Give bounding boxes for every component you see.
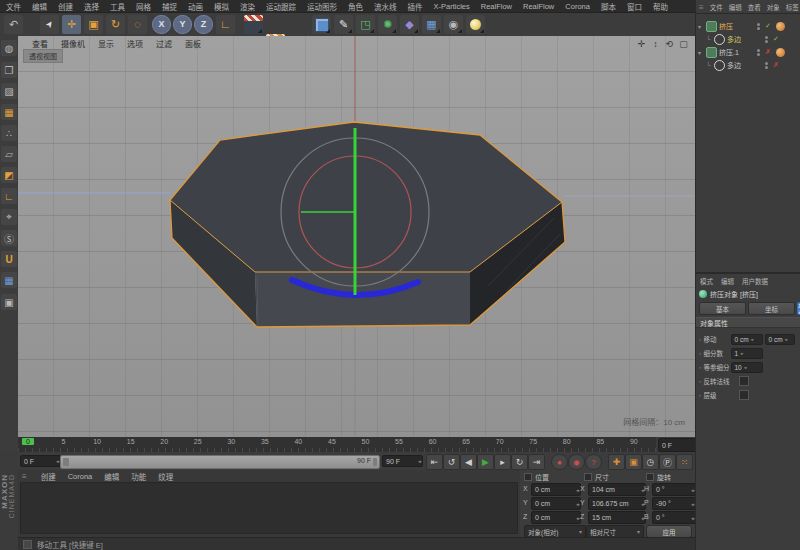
live-selection-tool[interactable]: ➤ (40, 15, 59, 34)
timeline-range-slider[interactable]: 90 F (60, 455, 380, 469)
menu-plugins[interactable]: 插件 (408, 1, 423, 12)
visibility-dots[interactable] (765, 36, 770, 43)
vp-menu-panel[interactable]: 面板 (185, 38, 201, 49)
add-generator-button[interactable]: ◳ (356, 15, 375, 34)
play-backward-button[interactable]: ↺ (443, 454, 460, 470)
menu-motion-tracker[interactable]: 运动跟踪 (266, 1, 296, 12)
add-deformer-button[interactable]: ✺ (378, 15, 397, 34)
edges-mode-button[interactable]: ▱ (1, 146, 17, 162)
om-menu-file[interactable]: 文件 (710, 2, 723, 12)
size-y-field[interactable]: 106.675 cm (588, 497, 646, 510)
object-properties-header[interactable]: 对象属性 (696, 317, 800, 328)
snap-toggle-button[interactable]: Ⓢ (1, 230, 17, 246)
object-row-nside-1[interactable]: └ 多边 ✗ (698, 59, 800, 71)
flip-normals-checkbox[interactable] (739, 376, 749, 386)
toggle-view-icon[interactable]: ▢ (678, 38, 689, 49)
position-y-field[interactable]: 0 cm (531, 497, 581, 510)
visibility-dots[interactable] (757, 49, 762, 56)
menu-script[interactable]: 脚本 (601, 1, 616, 12)
polygons-mode-button[interactable]: ◩ (1, 167, 17, 183)
move-x-field[interactable]: 0 cm (731, 334, 763, 345)
rotation-h-field[interactable]: 0 ° (652, 483, 696, 496)
range-end-field[interactable]: 90 F (382, 455, 423, 467)
menu-snap[interactable]: 捕捉 (162, 1, 177, 12)
last-used-tool[interactable]: ◌ (128, 15, 147, 34)
visibility-dots[interactable] (757, 23, 762, 30)
menu-create[interactable]: 创建 (58, 1, 73, 12)
menu-window[interactable]: 窗口 (627, 1, 642, 12)
am-menu-edit[interactable]: 编辑 (721, 276, 734, 286)
vp-menu-camera[interactable]: 摄像机 (61, 38, 85, 49)
menu-corona[interactable]: Corona (565, 2, 590, 11)
record-options-button[interactable]: ? (585, 454, 602, 470)
add-primitive-button[interactable] (312, 15, 331, 34)
material-list-area[interactable] (20, 482, 518, 534)
menu-mograph[interactable]: 运动图形 (307, 1, 337, 12)
rotation-b-field[interactable]: 0 ° (652, 511, 696, 524)
rotation-p-field[interactable]: -90 ° (652, 497, 696, 510)
vp-menu-view[interactable]: 查看 (32, 38, 48, 49)
visibility-dots[interactable] (765, 62, 770, 69)
vp-menu-filter[interactable]: 过滤 (156, 38, 172, 49)
iso-subdivision-field[interactable]: 10 (731, 362, 763, 373)
menu-file[interactable]: 文件 (6, 1, 21, 12)
enabled-toggle[interactable]: ✓ (764, 22, 772, 30)
key-position-toggle[interactable]: ✚ (608, 454, 625, 470)
play-button[interactable]: ▶ (477, 454, 494, 470)
lock-x-axis-button[interactable]: X (152, 15, 171, 34)
coordinate-system-toggle[interactable]: ∟ (216, 15, 235, 34)
enable-axis-button[interactable]: ∟ (1, 188, 17, 204)
key-scale-toggle[interactable]: ▣ (625, 454, 642, 470)
lock-z-axis-button[interactable]: Z (194, 15, 213, 34)
autokey-button[interactable]: ◉ (568, 454, 585, 470)
subdivision-field[interactable]: 1 (731, 348, 763, 359)
mm-menu-create[interactable]: 创建 (41, 471, 56, 482)
object-row-extrude-1[interactable]: ▾ 挤压.1 ✗ (698, 46, 799, 58)
viewport-solo-button[interactable]: ⌖ (1, 209, 17, 225)
tab-coordinates[interactable]: 坐标 (748, 302, 795, 315)
menu-select[interactable]: 选择 (84, 1, 99, 12)
mm-menu-function[interactable]: 功能 (131, 471, 146, 482)
menu-render[interactable]: 渲染 (240, 1, 255, 12)
phong-tag-icon[interactable] (776, 48, 785, 57)
om-menu-tags[interactable]: 标签 (786, 2, 799, 12)
menu-realflow-2[interactable]: RealFlow (523, 2, 554, 11)
pan-view-icon[interactable]: ✛ (636, 38, 647, 49)
add-light-button[interactable] (466, 15, 485, 34)
goto-start-button[interactable]: ⇤ (426, 454, 443, 470)
rotate-tool[interactable]: ↻ (106, 15, 125, 34)
enabled-toggle[interactable]: ✗ (764, 48, 772, 56)
mm-menu-edit[interactable]: 编辑 (104, 471, 119, 482)
range-start-field[interactable]: 0 F (20, 455, 61, 467)
points-mode-button[interactable]: ∴ (1, 125, 17, 141)
enabled-toggle[interactable]: ✓ (772, 35, 780, 43)
menu-mesh[interactable]: 网格 (136, 1, 151, 12)
spline-pen-button[interactable]: ✎ (334, 15, 353, 34)
menu-tools[interactable]: 工具 (110, 1, 125, 12)
tab-basic[interactable]: 基本 (699, 302, 746, 315)
om-menu-object[interactable]: 对象 (767, 2, 780, 12)
position-z-field[interactable]: 0 cm (531, 511, 581, 524)
add-camera-button[interactable]: ◉ (444, 15, 463, 34)
undo-button[interactable]: ↶ (4, 15, 23, 34)
phong-tag-icon[interactable] (776, 22, 785, 31)
menu-realflow-1[interactable]: RealFlow (481, 2, 512, 11)
am-menu-userdata[interactable]: 用户数据 (742, 276, 768, 286)
key-rotation-toggle[interactable]: ◷ (642, 454, 659, 470)
size-z-field[interactable]: 15 cm (588, 511, 646, 524)
menu-help[interactable]: 帮助 (653, 1, 668, 12)
convert-editable-button[interactable]: ◍ (1, 40, 17, 56)
playhead[interactable]: 0 (22, 438, 34, 445)
record-keyframe-button[interactable]: ● (551, 454, 568, 470)
timeline-ruler[interactable]: 0 5 10 15 20 25 30 35 40 45 50 55 60 65 … (18, 437, 656, 453)
rotate-view-icon[interactable]: ⟲ (664, 38, 675, 49)
zoom-view-icon[interactable]: ↕ (650, 38, 661, 49)
move-tool[interactable]: ✛ (62, 15, 81, 34)
menu-xparticles[interactable]: X-Particles (434, 2, 470, 11)
add-floor-button[interactable]: ▦ (422, 15, 441, 34)
vp-menu-options[interactable]: 选项 (127, 38, 143, 49)
size-x-field[interactable]: 104 cm (588, 483, 646, 496)
workplane-button[interactable]: ▦ (1, 272, 17, 288)
menu-animate[interactable]: 动画 (188, 1, 203, 12)
expand-icon[interactable]: ▾ (698, 49, 704, 56)
